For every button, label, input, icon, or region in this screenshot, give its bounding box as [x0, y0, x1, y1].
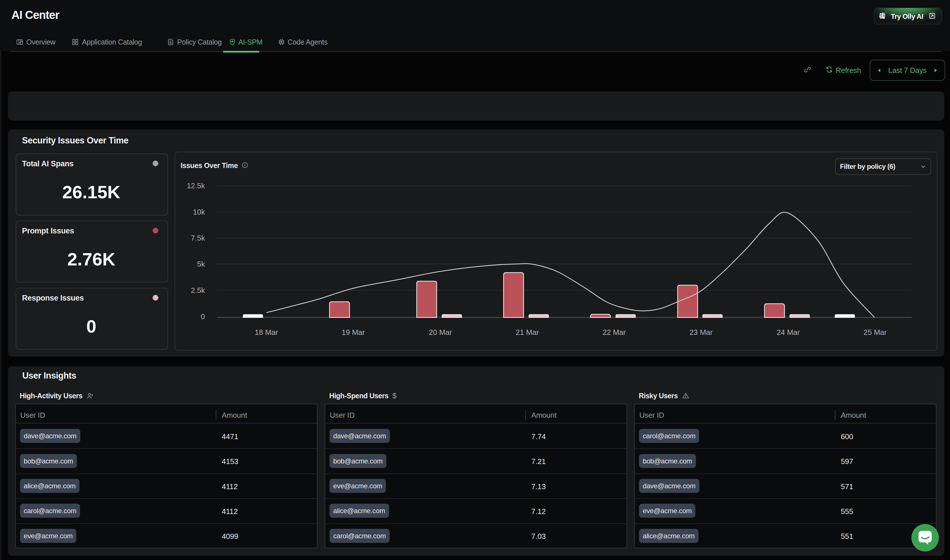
svg-text:5k: 5k [197, 260, 205, 268]
svg-text:12.5k: 12.5k [186, 182, 205, 190]
svg-text:23 Mar: 23 Mar [690, 328, 713, 337]
svg-text:0: 0 [201, 312, 205, 321]
svg-text:10k: 10k [193, 208, 205, 216]
svg-text:25 Mar: 25 Mar [864, 328, 887, 337]
svg-text:20 Mar: 20 Mar [429, 328, 452, 337]
svg-text:18 Mar: 18 Mar [255, 328, 278, 337]
svg-text:22 Mar: 22 Mar [603, 328, 626, 337]
svg-text:2.5k: 2.5k [191, 286, 205, 295]
svg-text:24 Mar: 24 Mar [777, 328, 800, 337]
svg-text:21 Mar: 21 Mar [516, 328, 539, 337]
svg-text:7.5k: 7.5k [191, 234, 205, 242]
svg-text:19 Mar: 19 Mar [342, 328, 365, 337]
